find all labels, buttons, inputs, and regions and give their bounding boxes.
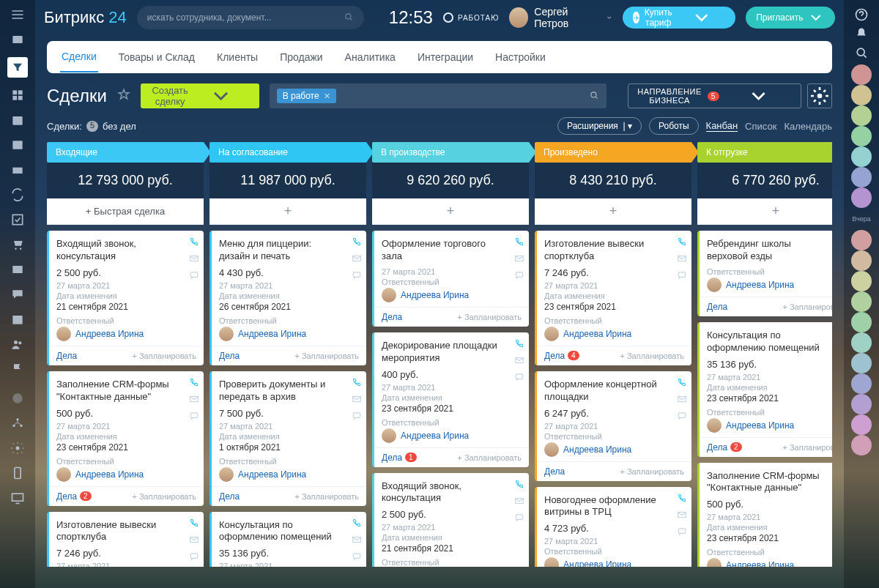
check-icon[interactable] [10, 212, 25, 227]
mail-icon[interactable] [677, 510, 687, 522]
chat-icon[interactable] [677, 411, 687, 423]
view-calendar[interactable]: Календарь [784, 121, 832, 132]
mail-icon[interactable] [677, 394, 687, 406]
presence-avatar[interactable] [851, 187, 872, 208]
deal-card[interactable]: Оформление торгового зала27 марта 2021От… [372, 231, 529, 327]
deal-card[interactable]: Оформление концертной площадки6 247 руб.… [535, 371, 691, 481]
mail-icon[interactable] [352, 253, 362, 266]
deal-card[interactable]: Изготовление вывески спортклуба7 246 руб… [535, 231, 691, 365]
card-tasks[interactable]: Дела [56, 351, 77, 361]
card-plan[interactable]: + Запланировать [132, 492, 196, 501]
deal-card[interactable]: Заполнение CRM-формы "Контактные данные"… [697, 463, 832, 567]
contact-icon[interactable] [10, 138, 25, 152]
card-tasks[interactable]: Дела [544, 466, 565, 477]
presence-avatar[interactable] [851, 64, 872, 85]
deal-card[interactable]: Меню для пиццерии: дизайн и печать4 430 … [209, 231, 366, 365]
deal-card[interactable]: Проверить документы и передать в архив7 … [209, 371, 366, 506]
deal-card[interactable]: Консультация по оформлению помещений35 1… [209, 512, 366, 567]
help-icon[interactable] [854, 7, 869, 22]
phone-icon[interactable] [677, 237, 687, 249]
phone-icon[interactable] [677, 377, 687, 390]
tab-2[interactable]: Клиенты [215, 42, 259, 72]
phone-icon[interactable] [514, 479, 524, 491]
flag-icon[interactable] [10, 362, 25, 376]
presence-avatar[interactable] [851, 312, 872, 332]
chat-icon[interactable] [514, 513, 524, 525]
tab-3[interactable]: Продажи [278, 42, 324, 72]
card-responsible[interactable]: Андреева Ирина [56, 467, 196, 482]
filter-search[interactable]: В работе✕ [270, 83, 607, 108]
card-tasks[interactable]: Дела [219, 491, 240, 502]
card-responsible[interactable]: Андреева Ирина [544, 327, 684, 341]
quick-add[interactable]: + [372, 198, 529, 225]
chat-icon[interactable] [352, 551, 362, 564]
presence-avatar[interactable] [851, 167, 872, 187]
deal-card[interactable]: Изготовление вывески спортклуба7 246 руб… [47, 512, 204, 567]
tab-1[interactable]: Товары и Склад [117, 42, 196, 72]
deal-card[interactable]: Консультация по оформлению помещений35 1… [697, 322, 832, 457]
grid-icon[interactable] [10, 88, 25, 103]
card-responsible[interactable]: Андреева Ирина [382, 428, 522, 443]
global-search[interactable]: искать сотрудника, документ... [137, 6, 364, 29]
card-plan[interactable]: + Запланировать [620, 467, 684, 476]
phone-icon[interactable] [189, 237, 199, 249]
card-responsible[interactable]: Андреева Ирина [56, 327, 196, 341]
working-status[interactable]: РАБОТАЮ [443, 12, 499, 23]
chat-icon[interactable] [189, 411, 199, 423]
card-plan[interactable]: + Запланировать [294, 351, 359, 360]
column-header[interactable]: На согласование [209, 142, 366, 163]
presence-avatar[interactable] [851, 394, 872, 414]
presence-avatar[interactable] [851, 414, 872, 435]
chat-icon[interactable] [514, 270, 524, 283]
mail-icon[interactable] [514, 496, 524, 508]
chat-icon[interactable] [352, 270, 362, 283]
card-plan[interactable]: + Запланировать [457, 453, 522, 462]
box-icon[interactable] [10, 163, 25, 177]
menu-icon[interactable] [10, 7, 25, 22]
user-menu[interactable]: Сергей Петров [509, 6, 612, 29]
deal-card[interactable]: Новогоднее оформление витрины в ТРЦ4 723… [535, 487, 691, 567]
chat-icon[interactable] [677, 526, 687, 539]
chat-icon[interactable] [10, 287, 25, 302]
mail-icon[interactable] [189, 394, 199, 406]
view-list[interactable]: Список [745, 121, 776, 132]
invite-button[interactable]: Пригласить [746, 7, 835, 29]
deal-card[interactable]: Заполнение CRM-формы "Контактные данные"… [47, 371, 204, 506]
funnel-icon[interactable] [7, 57, 28, 78]
card-tasks[interactable]: Дела [219, 351, 240, 361]
presence-avatar[interactable] [851, 146, 872, 167]
card-plan[interactable]: + Запланировать [294, 492, 359, 501]
card-tasks[interactable]: Дела 2 [707, 442, 742, 453]
filter-chip[interactable]: В работе✕ [277, 89, 336, 103]
card-tasks[interactable]: Дела [707, 302, 727, 312]
search-icon[interactable] [854, 45, 869, 60]
presence-avatar[interactable] [851, 271, 872, 291]
phone-icon[interactable] [352, 518, 362, 530]
phone-icon[interactable] [189, 518, 199, 530]
view-kanban[interactable]: Канбан [706, 120, 738, 132]
card-plan[interactable]: + Запланировать [782, 443, 832, 452]
column-header[interactable]: В производстве [372, 142, 529, 163]
chat-icon[interactable] [189, 551, 199, 564]
mail-icon[interactable] [10, 262, 25, 277]
presence-avatar[interactable] [851, 85, 872, 105]
card-responsible[interactable]: Андреева Ирина [219, 467, 359, 482]
column-header[interactable]: Произведено [535, 142, 691, 163]
card-tasks[interactable]: Дела 2 [56, 491, 92, 502]
card-responsible[interactable]: Андреева Ирина [544, 442, 684, 457]
quick-add[interactable]: + Быстрая сделка [47, 198, 204, 225]
phone-icon[interactable] [352, 377, 362, 390]
phone-icon[interactable] [189, 377, 199, 390]
card-plan[interactable]: + Запланировать [132, 351, 196, 360]
mail-icon[interactable] [189, 535, 199, 547]
people-icon[interactable] [10, 337, 25, 351]
deal-card[interactable]: Декорирование площадки мероприятия400 ру… [372, 332, 529, 467]
deal-card[interactable]: Входящий звонок, консультация2 500 руб.2… [47, 231, 204, 365]
card-plan[interactable]: + Запланировать [782, 302, 832, 311]
tab-4[interactable]: Аналитика [344, 42, 397, 72]
close-icon[interactable]: ✕ [324, 92, 330, 101]
card-responsible[interactable]: Андреева Ирина [707, 278, 832, 292]
tab-0[interactable]: Сделки [60, 42, 98, 72]
phone-icon[interactable] [514, 237, 524, 249]
card-responsible[interactable]: Андреева Ирина [707, 558, 832, 567]
